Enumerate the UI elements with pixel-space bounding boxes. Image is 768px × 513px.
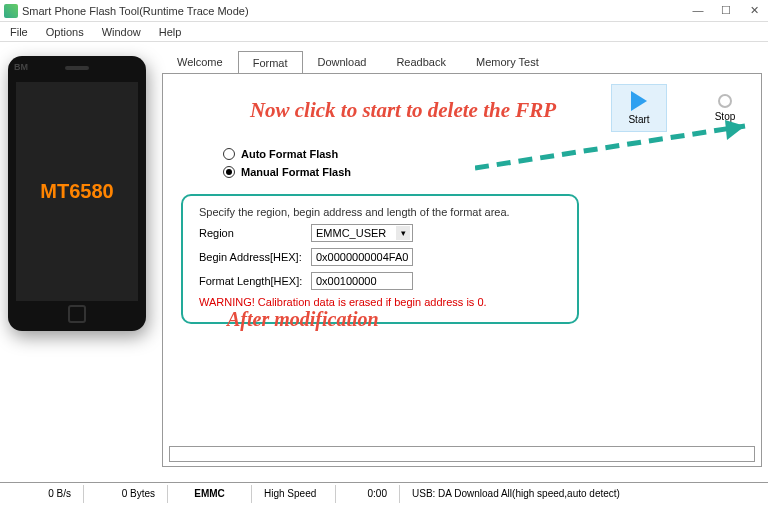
region-select[interactable]: EMMC_USER ▾ — [311, 224, 413, 242]
stop-button[interactable]: Stop — [697, 88, 753, 128]
format-mode-group: Auto Format Flash Manual Format Flash — [223, 148, 351, 184]
close-button[interactable]: ✕ — [740, 0, 768, 20]
phone-screen: MT6580 — [16, 82, 138, 301]
annotation-top: Now click to start to delete the FRP — [203, 98, 603, 123]
app-icon — [4, 4, 18, 18]
radio-auto-label: Auto Format Flash — [241, 148, 338, 160]
annotation-bottom: After modification — [227, 308, 379, 331]
region-settings-box: Specify the region, begin address and le… — [181, 194, 579, 324]
tab-readback[interactable]: Readback — [381, 50, 461, 73]
status-time: 0:00 — [336, 485, 400, 503]
radio-auto-format[interactable]: Auto Format Flash — [223, 148, 351, 160]
begin-address-label: Begin Address[HEX]: — [199, 251, 307, 263]
chevron-down-icon: ▾ — [396, 226, 410, 240]
tab-bar: Welcome Format Download Readback Memory … — [162, 50, 768, 73]
titlebar: Smart Phone Flash Tool(Runtime Trace Mod… — [0, 0, 768, 22]
menu-options[interactable]: Options — [38, 24, 92, 40]
warning-text: WARNING! Calibration data is erased if b… — [199, 296, 561, 308]
status-bytes: 0 Bytes — [84, 485, 168, 503]
radio-icon — [223, 148, 235, 160]
status-bar: 0 B/s 0 Bytes EMMC High Speed 0:00 USB: … — [0, 482, 768, 504]
stop-icon — [718, 94, 732, 108]
format-length-label: Format Length[HEX]: — [199, 275, 307, 287]
radio-manual-format[interactable]: Manual Format Flash — [223, 166, 351, 178]
radio-icon-checked — [223, 166, 235, 178]
region-label: Region — [199, 227, 307, 239]
play-icon — [631, 91, 647, 111]
region-value: EMMC_USER — [316, 227, 386, 239]
tab-welcome[interactable]: Welcome — [162, 50, 238, 73]
begin-address-input[interactable] — [311, 248, 413, 266]
tab-memory-test[interactable]: Memory Test — [461, 50, 554, 73]
status-speed: 0 B/s — [0, 485, 84, 503]
phone-outline: BM MT6580 — [8, 56, 146, 331]
format-length-input[interactable] — [311, 272, 413, 290]
start-button[interactable]: Start — [611, 84, 667, 132]
status-storage: EMMC — [168, 485, 252, 503]
region-intro: Specify the region, begin address and le… — [199, 206, 561, 218]
menu-file[interactable]: File — [2, 24, 36, 40]
menu-help[interactable]: Help — [151, 24, 190, 40]
format-panel: Start Stop Now click to start to delete … — [162, 73, 762, 467]
window-title: Smart Phone Flash Tool(Runtime Trace Mod… — [22, 5, 249, 17]
tab-download[interactable]: Download — [303, 50, 382, 73]
status-mode: High Speed — [252, 485, 336, 503]
menu-window[interactable]: Window — [94, 24, 149, 40]
status-usb: USB: DA Download All(high speed,auto det… — [400, 485, 768, 503]
toolbar: Start Stop — [611, 84, 753, 132]
svg-line-0 — [475, 126, 745, 168]
phone-preview-panel: BM MT6580 — [0, 42, 156, 482]
radio-manual-label: Manual Format Flash — [241, 166, 351, 178]
minimize-button[interactable]: — — [684, 0, 712, 20]
window-controls: — ☐ ✕ — [684, 0, 768, 20]
tab-format[interactable]: Format — [238, 51, 303, 74]
brand-mark: BM — [14, 62, 28, 72]
phone-model-label: MT6580 — [40, 180, 113, 203]
menubar: File Options Window Help — [0, 22, 768, 42]
start-label: Start — [628, 114, 649, 125]
stop-label: Stop — [715, 111, 736, 122]
progress-bar — [169, 446, 755, 462]
maximize-button[interactable]: ☐ — [712, 0, 740, 20]
